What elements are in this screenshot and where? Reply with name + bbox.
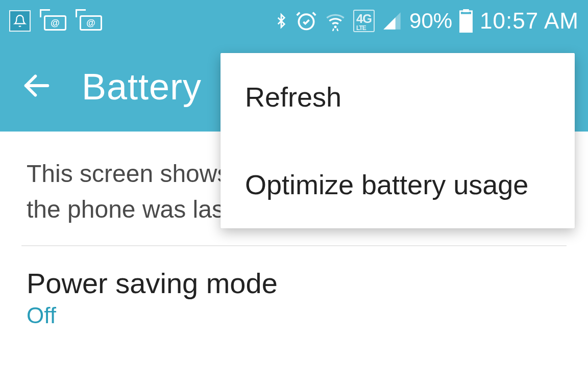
status-left-icons: @ @: [9, 10, 102, 32]
setting-title: Power saving mode: [27, 267, 561, 300]
overflow-menu: Refresh Optimize battery usage: [220, 53, 575, 228]
status-bar: @ @ 4GLTE 90%: [0, 0, 588, 42]
svg-rect-4: [460, 14, 472, 33]
status-time: 10:57 AM: [480, 8, 579, 34]
notification-bell-icon: [9, 10, 31, 32]
setting-value: Off: [27, 303, 561, 328]
menu-item-refresh[interactable]: Refresh: [220, 53, 575, 141]
power-saving-mode-row[interactable]: Power saving mode Off: [27, 246, 561, 328]
battery-icon: [458, 9, 474, 33]
page-title: Battery: [82, 66, 202, 108]
back-button[interactable]: [20, 69, 53, 104]
svg-point-1: [334, 25, 337, 28]
battery-percent: 90%: [409, 9, 452, 33]
screenshot-icon: @: [40, 11, 66, 31]
alarm-icon: [295, 10, 317, 32]
network-type-icon: 4GLTE: [353, 10, 375, 32]
bluetooth-icon: [274, 10, 289, 32]
status-right-icons: 4GLTE 90% 10:57 AM: [274, 8, 579, 34]
signal-icon: [381, 11, 403, 31]
menu-item-optimize-battery-usage[interactable]: Optimize battery usage: [220, 141, 575, 228]
wifi-icon: [324, 11, 347, 31]
screenshot-icon: @: [76, 11, 102, 31]
